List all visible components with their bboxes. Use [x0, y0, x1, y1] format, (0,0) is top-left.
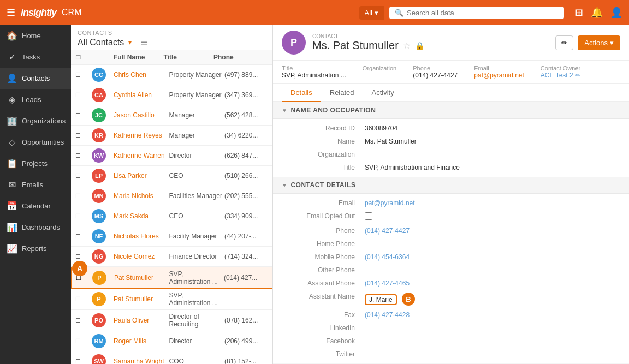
table-row[interactable]: ☐ LP Lisa Parker CEO (510) 266... [71, 166, 272, 186]
sidebar-item-dashboards[interactable]: 📊 Dashboards [0, 217, 71, 238]
row-checkbox[interactable]: ☐ [75, 296, 92, 303]
meta-email-value[interactable]: pat@pyramid.net [474, 71, 524, 79]
row-checkbox[interactable]: ☐ [75, 152, 92, 159]
sidebar-item-tasks[interactable]: ✓ Tasks [0, 46, 71, 68]
sidebar-item-contacts[interactable]: 👤 Contacts [0, 68, 71, 89]
sidebar-item-opportunities[interactable]: ◇ Opportunities [0, 132, 71, 153]
table-row[interactable]: ☐ P Pat Stumuller SVP, Administration ..… [71, 267, 272, 289]
contact-phone: (202) 555... [224, 192, 268, 200]
contact-name[interactable]: Pat Stumuller [114, 295, 169, 303]
row-checkbox[interactable]: ☐ [75, 172, 92, 180]
sidebar-item-home[interactable]: 🏠 Home [0, 25, 71, 46]
field-value-name: Ms. Pat Stumuller [365, 135, 620, 147]
row-checkbox[interactable]: ☐ [75, 92, 92, 99]
contact-name[interactable]: Mark Sakda [114, 212, 169, 220]
edit-button[interactable]: ✏ [555, 35, 573, 50]
contact-name[interactable]: Nicholas Flores [114, 232, 169, 240]
table-row[interactable]: ☐ JC Jason Castillo Manager (562) 428... [71, 105, 272, 126]
contact-name[interactable]: Cynthia Allen [114, 91, 169, 99]
row-checkbox[interactable]: ☐ [75, 71, 92, 79]
row-checkbox[interactable]: ☐ [75, 132, 92, 139]
table-row[interactable]: ☐ KW Katherine Warren Director (626) 847… [71, 146, 272, 166]
contact-name[interactable]: Katherine Warren [114, 152, 169, 159]
sidebar-item-reports[interactable]: 📈 Reports [0, 238, 71, 259]
contacts-dropdown-icon[interactable]: ▾ [128, 39, 132, 46]
contact-title: Manager [169, 132, 225, 139]
row-checkbox[interactable]: ☐ [75, 112, 92, 119]
search-input[interactable] [407, 9, 559, 17]
contact-name[interactable]: Maria Nichols [114, 192, 169, 200]
menu-icon[interactable]: ☰ [7, 7, 15, 19]
actions-button[interactable]: Actions ▾ [578, 35, 620, 50]
table-row[interactable]: ☐ RM Roger Mills Director (206) 499... [71, 331, 272, 351]
select-all-checkbox[interactable]: ☐ [75, 54, 92, 61]
field-value-email[interactable]: pat@pyramid.net [365, 197, 620, 209]
contact-name[interactable]: Pat Stumuller [114, 274, 169, 282]
section-name-label: NAME AND OCCUPATION [290, 106, 376, 114]
tab-related[interactable]: Related [321, 84, 363, 102]
notifications-icon[interactable]: 🔔 [591, 7, 603, 19]
table-row[interactable]: ☐ MN Maria Nichols Facilities Manager (2… [71, 186, 272, 206]
table-row[interactable]: ☐ P Pat Stumuller SVP, Administration ..… [71, 289, 272, 310]
field-value-assistant-phone[interactable]: (014) 427-4465 [365, 277, 620, 289]
user-avatar-icon[interactable]: 👤 [610, 7, 622, 19]
meta-owner-value[interactable]: ACE Test 2 ✏ [541, 71, 580, 79]
row-checkbox[interactable]: ☐ [75, 358, 92, 365]
contact-phone: (078) 162... [224, 317, 268, 324]
top-nav: ☰ insightly CRM All ▾ 🔍 ⊞ 🔔 👤 [0, 0, 629, 25]
owner-edit-icon[interactable]: ✏ [575, 72, 580, 79]
contact-name[interactable]: Samantha Wright [114, 357, 169, 364]
contact-name[interactable]: Jason Castillo [114, 111, 169, 119]
favorite-star-icon[interactable]: ☆ [403, 40, 411, 51]
tab-activity[interactable]: Activity [363, 84, 403, 102]
tab-details[interactable]: Details [282, 84, 321, 102]
sidebar-item-leads[interactable]: ◈ Leads [0, 89, 71, 110]
row-checkbox[interactable]: ☐ [75, 317, 92, 324]
contact-name[interactable]: Chris Chen [114, 71, 169, 79]
table-row[interactable]: ☐ PO Paula Oliver Director of Recruiting… [71, 310, 272, 331]
table-row[interactable]: ☐ CC Chris Chen Property Manager (497) 8… [71, 65, 272, 85]
field-label: Mobile Phone [282, 251, 364, 263]
section-contact-details[interactable]: ▼ CONTACT DETAILS [273, 177, 629, 194]
contact-title: Property Manager [169, 71, 225, 79]
contact-name[interactable]: Nicole Gomez [114, 253, 169, 260]
contact-title: CEO [169, 172, 225, 180]
table-row[interactable]: ☐ CA Cynthia Allen Property Manager (347… [71, 85, 272, 105]
calendar-icon: 📅 [7, 201, 17, 211]
field-value-phone[interactable]: (014) 427-4427 [365, 225, 620, 237]
avatar: PO [92, 313, 106, 327]
contact-name[interactable]: Lisa Parker [114, 172, 169, 180]
all-filter-button[interactable]: All ▾ [359, 6, 384, 20]
contacts-header: CONTACTS All Contacts ▾ ⚌ [71, 25, 272, 50]
row-checkbox[interactable]: ☐ [75, 213, 92, 220]
table-row[interactable]: ☐ KR Katherine Reyes Manager (34) 6220..… [71, 126, 272, 146]
row-checkbox[interactable]: ☐ [75, 253, 92, 260]
sidebar-item-organizations[interactable]: 🏢 Organizations [0, 110, 71, 132]
col-header-phone: Phone [213, 53, 257, 61]
add-icon[interactable]: ⊞ [575, 7, 583, 19]
field-value-mobile-phone[interactable]: (014) 454-6364 [365, 251, 620, 263]
sidebar-item-calendar[interactable]: 📅 Calendar [0, 195, 71, 217]
table-row[interactable]: ☐ NG Nicole Gomez Finance Director (714)… [71, 247, 272, 267]
table-row[interactable]: ☐ SW Samantha Wright COO (81) 152-... [71, 351, 272, 364]
avatar: KR [92, 128, 106, 142]
field-value-fax[interactable]: (014) 427-4428 [365, 309, 620, 321]
contact-name[interactable]: Paula Oliver [114, 317, 169, 324]
email-opted-out-checkbox[interactable] [365, 212, 372, 220]
sidebar-item-emails[interactable]: ✉ Emails [0, 174, 71, 195]
contact-name[interactable]: Katherine Reyes [114, 132, 169, 139]
contacts-panel: CONTACTS All Contacts ▾ ⚌ ☐ Full Name Ti… [71, 25, 273, 364]
col-header-title: Title [164, 53, 214, 61]
lock-icon[interactable]: 🔒 [415, 41, 424, 50]
section-name-occupation[interactable]: ▼ NAME AND OCCUPATION [273, 102, 629, 119]
sidebar-item-projects[interactable]: 📋 Projects [0, 153, 71, 174]
contacts-filter-icon[interactable]: ⚌ [140, 37, 148, 47]
table-row[interactable]: ☐ NF Nicholas Flores Facility Manager (4… [71, 226, 272, 247]
meta-owner-label: Contact Owner [541, 65, 580, 71]
table-row[interactable]: ☐ MS Mark Sakda CEO (334) 909... [71, 206, 272, 226]
row-checkbox[interactable]: ☐ [75, 338, 92, 345]
row-checkbox[interactable]: ☐ [75, 233, 92, 240]
row-checkbox[interactable]: ☐ [75, 193, 92, 200]
contact-name[interactable]: Roger Mills [114, 337, 169, 345]
avatar: KW [92, 148, 106, 163]
